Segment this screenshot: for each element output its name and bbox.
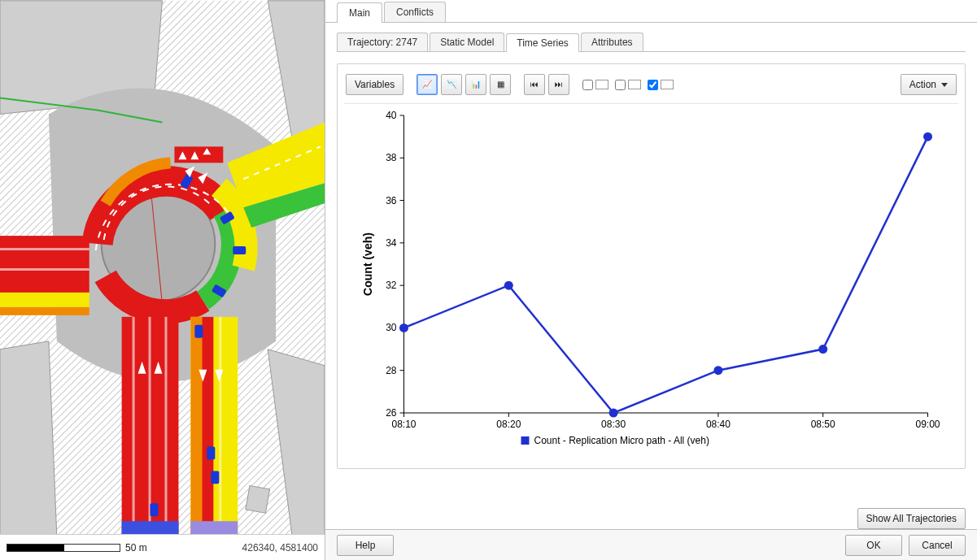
svg-rect-20: [202, 317, 213, 536]
scalebar-bar: [7, 544, 120, 552]
sub-tabs: Trajectory: 2747 Static Model Time Serie…: [337, 31, 966, 52]
chart-type-grid-icon[interactable]: ▦: [490, 74, 511, 95]
line-icon: [628, 80, 641, 89]
subtab-static-model[interactable]: Static Model: [430, 33, 504, 51]
toggle-option-3[interactable]: [648, 80, 674, 90]
svg-rect-29: [207, 446, 215, 459]
chart-area[interactable]: 262830323436384008:1008:2008:3008:4008:5…: [344, 109, 958, 458]
svg-text:09:00: 09:00: [915, 419, 940, 430]
svg-point-77: [609, 409, 618, 418]
variables-button[interactable]: Variables: [346, 74, 403, 95]
scalebar-label: 50 m: [125, 542, 147, 553]
svg-rect-10: [0, 268, 89, 271]
map-footer: 50 m 426340, 4581400: [0, 534, 325, 560]
tab-conflicts[interactable]: Conflicts: [384, 2, 446, 22]
svg-rect-12: [0, 307, 89, 315]
chart-svg[interactable]: 262830323436384008:1008:2008:3008:4008:5…: [344, 109, 958, 458]
toggle-option-1[interactable]: [582, 80, 608, 90]
svg-text:08:30: 08:30: [601, 419, 626, 430]
svg-text:40: 40: [386, 110, 397, 121]
subtab-time-series[interactable]: Time Series: [506, 33, 579, 52]
svg-rect-43: [246, 485, 270, 513]
svg-rect-8: [0, 236, 89, 293]
svg-point-76: [504, 281, 513, 290]
display-toggle-group: [582, 80, 674, 90]
svg-text:08:50: 08:50: [811, 419, 835, 430]
show-all-trajectories-button[interactable]: Show All Trajectories: [857, 508, 966, 529]
svg-text:36: 36: [386, 195, 397, 206]
dialog-button-bar: Help OK Cancel: [325, 529, 977, 560]
nav-last-icon[interactable]: ⏭: [548, 74, 569, 95]
chevron-down-icon: [941, 83, 948, 87]
svg-rect-26: [233, 246, 246, 254]
svg-text:Count (veh): Count (veh): [361, 232, 374, 296]
svg-marker-5: [0, 341, 57, 536]
svg-text:Count - Replication Micro path: Count - Replication Micro path - All (ve…: [534, 435, 709, 446]
ok-button[interactable]: OK: [845, 535, 902, 556]
svg-rect-31: [150, 503, 159, 516]
svg-rect-81: [521, 436, 530, 445]
chart-toolbar: Variables 📈 📉 📊 ▦ ⏮ ⏭: [344, 71, 958, 104]
svg-rect-19: [190, 317, 202, 536]
chart-frame: Variables 📈 📉 📊 ▦ ⏮ ⏭: [337, 63, 966, 469]
svg-text:08:20: 08:20: [496, 419, 521, 430]
svg-text:26: 26: [386, 407, 397, 419]
chart-type-line-icon[interactable]: 📈: [417, 74, 438, 95]
subtab-attributes[interactable]: Attributes: [581, 33, 643, 51]
svg-rect-16: [149, 317, 151, 536]
toggle-option-1-checkbox[interactable]: [582, 80, 593, 90]
svg-point-80: [923, 132, 932, 141]
svg-text:34: 34: [386, 237, 397, 249]
help-button[interactable]: Help: [337, 535, 394, 556]
svg-rect-15: [133, 317, 135, 536]
markers-icon: [661, 80, 674, 89]
svg-text:08:10: 08:10: [391, 419, 416, 430]
svg-point-75: [399, 323, 408, 332]
toggle-option-2-checkbox[interactable]: [615, 80, 626, 90]
chart-type-group: 📈 📉 📊 ▦: [417, 74, 511, 95]
nav-group: ⏮ ⏭: [524, 74, 569, 95]
details-panel: Main Conflicts Trajectory: 2747 Static M…: [325, 0, 977, 560]
toggle-option-3-checkbox[interactable]: [648, 80, 658, 90]
svg-rect-17: [164, 317, 167, 536]
map-pane[interactable]: 50 m 426340, 4581400: [0, 0, 325, 560]
svg-rect-11: [0, 293, 89, 307]
nav-first-icon[interactable]: ⏮: [524, 74, 545, 95]
chart-type-area-icon[interactable]: 📉: [441, 74, 462, 95]
scalebar: 50 m: [7, 542, 147, 553]
cancel-button[interactable]: Cancel: [909, 535, 966, 556]
svg-text:32: 32: [386, 280, 397, 291]
svg-text:28: 28: [386, 365, 397, 376]
top-tabs: Main Conflicts: [325, 0, 977, 23]
svg-text:38: 38: [386, 152, 397, 163]
tab-main[interactable]: Main: [337, 2, 382, 23]
svg-text:08:40: 08:40: [706, 419, 731, 430]
coordinates-readout: 426340, 4581400: [242, 542, 318, 553]
svg-point-79: [818, 345, 827, 354]
subtab-trajectory[interactable]: Trajectory: 2747: [337, 33, 428, 51]
map-canvas[interactable]: [0, 0, 325, 536]
svg-rect-9: [0, 248, 89, 250]
svg-rect-28: [194, 325, 203, 338]
svg-rect-21: [219, 317, 221, 536]
toggle-option-2[interactable]: [615, 80, 641, 90]
calendar-icon: [595, 80, 608, 89]
chart-type-bar-icon[interactable]: 📊: [465, 74, 486, 95]
svg-text:30: 30: [386, 322, 397, 333]
svg-rect-30: [211, 471, 219, 484]
svg-point-78: [713, 366, 722, 375]
action-dropdown-button[interactable]: Action: [901, 74, 957, 95]
action-label: Action: [909, 79, 936, 90]
